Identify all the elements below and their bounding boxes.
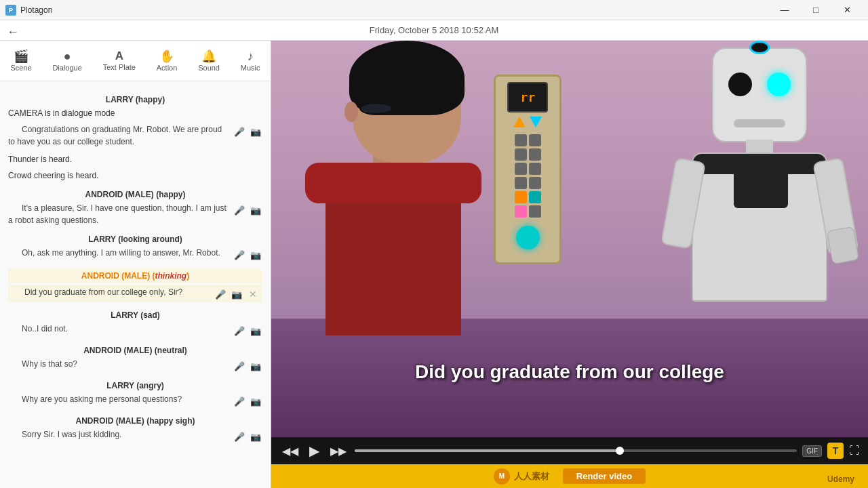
speaker-larry-happy: LARRY (happy) bbox=[8, 94, 262, 106]
toolbar: 🎬 Scene ● Dialogue A Text Plate ✋ Action… bbox=[0, 41, 271, 81]
toolbar-scene[interactable]: 🎬 Scene bbox=[2, 47, 39, 75]
dialogue-actions-1: 🎤 📷 bbox=[233, 123, 262, 138]
mic-button-5[interactable]: 🎤 bbox=[233, 324, 246, 338]
dialogue-text-7: Why are you asking me personal questions… bbox=[8, 393, 230, 405]
scene-label: Scene bbox=[10, 64, 31, 72]
close-button[interactable]: ✕ bbox=[831, 0, 863, 20]
speaker-android-neutral: ANDROID (MALE) (neutral) bbox=[8, 344, 262, 357]
elev-display: rr bbox=[507, 82, 548, 113]
progress-dot bbox=[616, 447, 624, 455]
elev-btn-2 bbox=[529, 134, 541, 146]
cam-button-3[interactable]: 📷 bbox=[249, 248, 262, 262]
window-controls: — □ ✕ bbox=[769, 0, 863, 20]
elev-button-grid bbox=[515, 134, 541, 218]
elev-btn-5 bbox=[515, 163, 527, 175]
dialogue-row-2: It's a pleasure, Sir. I have one questio… bbox=[8, 202, 262, 226]
progress-bar[interactable] bbox=[355, 449, 797, 452]
speaker-larry-sad: LARRY (sad) bbox=[8, 309, 262, 321]
toolbar-dialogue[interactable]: ● Dialogue bbox=[44, 47, 90, 75]
dialogue-row-7: Why are you asking me personal questions… bbox=[8, 393, 262, 408]
script-area[interactable]: LARRY (happy) CAMERA is in dialogue mode… bbox=[0, 81, 271, 488]
toolbar-music[interactable]: ♪ Music bbox=[233, 47, 269, 75]
mic-button-2[interactable]: 🎤 bbox=[233, 203, 246, 217]
maximize-button[interactable]: □ bbox=[800, 0, 831, 20]
robot-hand bbox=[827, 226, 859, 264]
render-button[interactable]: Render video bbox=[563, 468, 646, 484]
subtitle: Did you graduate from our college bbox=[415, 361, 724, 383]
title-bar-left: P Plotagon bbox=[5, 5, 52, 16]
robot-head bbox=[712, 47, 807, 142]
progress-fill bbox=[355, 449, 620, 452]
direction-camera: CAMERA is in dialogue mode bbox=[8, 107, 262, 119]
tween-button[interactable]: T bbox=[827, 443, 844, 459]
cam-button-8[interactable]: 📷 bbox=[249, 430, 262, 443]
dialogue-line-6: Why is that so? bbox=[22, 359, 77, 369]
dialogue-text-4: Did you graduate from our college only, … bbox=[11, 286, 211, 298]
human-head bbox=[353, 47, 461, 163]
video-scene: www.rr-sc.com 人人素材社区 人人素材社区 人人素材社区 人人素材社… bbox=[271, 41, 868, 437]
textplate-label: Text Plate bbox=[103, 63, 136, 71]
app-icon: P bbox=[5, 5, 16, 16]
fullscreen-button[interactable]: ⛶ bbox=[849, 445, 860, 457]
dialogue-actions-3: 🎤 📷 bbox=[233, 247, 262, 262]
elev-btn-4 bbox=[529, 148, 541, 161]
site-name: 人人素材 bbox=[514, 470, 549, 483]
elev-btn-9 bbox=[529, 205, 541, 218]
video-area: www.rr-sc.com 人人素材社区 人人素材社区 人人素材社区 人人素材社… bbox=[271, 41, 868, 437]
skip-back-button[interactable]: ◀◀ bbox=[279, 442, 301, 460]
elev-btn-1 bbox=[515, 134, 527, 146]
dialogue-line-5: No..I did not. bbox=[22, 324, 68, 333]
play-button[interactable]: ▶ bbox=[307, 440, 322, 462]
dialogue-text-5: No..I did not. bbox=[8, 323, 230, 335]
dialogue-line-2: It's a pleasure, Sir. I have one questio… bbox=[8, 203, 226, 225]
date-bar: Friday, October 5 2018 10:52 AM bbox=[0, 20, 868, 41]
dialogue-line-1: Congratulations on graduating Mr. Robot.… bbox=[8, 125, 222, 146]
toolbar-sound[interactable]: 🔔 Sound bbox=[190, 47, 228, 75]
app-title: Plotagon bbox=[20, 5, 52, 15]
toolbar-textplate[interactable]: A Text Plate bbox=[95, 47, 144, 74]
mic-button-3[interactable]: 🎤 bbox=[233, 248, 246, 262]
robot-collar bbox=[693, 154, 826, 174]
elev-btn-6 bbox=[529, 163, 541, 175]
cam-button-7[interactable]: 📷 bbox=[249, 394, 262, 408]
dialogue-actions-7: 🎤 📷 bbox=[233, 393, 262, 408]
cam-button-2[interactable]: 📷 bbox=[249, 203, 262, 217]
speaker-android-thinking: ANDROID (MALE) (thinking) bbox=[8, 268, 262, 283]
skip-forward-button[interactable]: ▶▶ bbox=[328, 442, 349, 460]
right-panel: www.rr-sc.com 人人素材社区 人人素材社区 人人素材社区 人人素材社… bbox=[271, 41, 868, 488]
cam-button-6[interactable]: 📷 bbox=[249, 359, 262, 373]
dialogue-line-3: Oh, ask me anything. I am willing to ans… bbox=[22, 248, 220, 258]
arrow-down-icon bbox=[530, 117, 542, 127]
speaker-larry-looking: LARRY (looking around) bbox=[8, 233, 262, 245]
mic-button-1[interactable]: 🎤 bbox=[233, 125, 246, 138]
mic-button-7[interactable]: 🎤 bbox=[233, 394, 246, 408]
minimize-button[interactable]: — bbox=[769, 0, 800, 20]
sound-label: Sound bbox=[198, 64, 220, 72]
gif-badge[interactable]: GIF bbox=[802, 445, 822, 457]
delete-button-4[interactable]: ✕ bbox=[246, 287, 260, 301]
scene-icon: 🎬 bbox=[14, 50, 28, 62]
logo-icon: M bbox=[494, 468, 510, 485]
mic-button-4[interactable]: 🎤 bbox=[214, 287, 227, 301]
cam-button-1[interactable]: 📷 bbox=[249, 125, 262, 138]
dialogue-actions-5: 🎤 📷 bbox=[233, 323, 262, 338]
elev-btn-teal bbox=[529, 191, 541, 203]
dialogue-label: Dialogue bbox=[52, 64, 81, 72]
toolbar-action[interactable]: ✋ Action bbox=[149, 47, 186, 75]
human-ear bbox=[344, 102, 358, 122]
speaker-larry-angry: LARRY (angry) bbox=[8, 380, 262, 392]
dialogue-row-6: Why is that so? 🎤 📷 bbox=[8, 358, 262, 373]
mic-button-6[interactable]: 🎤 bbox=[233, 359, 246, 373]
title-bar: P Plotagon — □ ✕ bbox=[0, 0, 868, 20]
cam-button-4[interactable]: 📷 bbox=[230, 287, 243, 301]
dialogue-actions-8: 🎤 📷 bbox=[233, 428, 262, 443]
dialogue-text-8: Sorry Sir. I was just kidding. bbox=[8, 428, 230, 441]
bottom-bar: M 人人素材 Render video Udemy bbox=[271, 464, 868, 488]
dialogue-actions-4: 🎤 📷 ✕ bbox=[214, 286, 260, 301]
robot-eye-right bbox=[767, 73, 791, 96]
mic-button-8[interactable]: 🎤 bbox=[233, 430, 246, 443]
dialogue-row-4: Did you graduate from our college only, … bbox=[8, 285, 262, 302]
elev-btn-8 bbox=[529, 177, 541, 189]
speaker-android-happy-sigh: ANDROID (MALE) (happy sigh) bbox=[8, 415, 262, 427]
cam-button-5[interactable]: 📷 bbox=[249, 324, 262, 338]
